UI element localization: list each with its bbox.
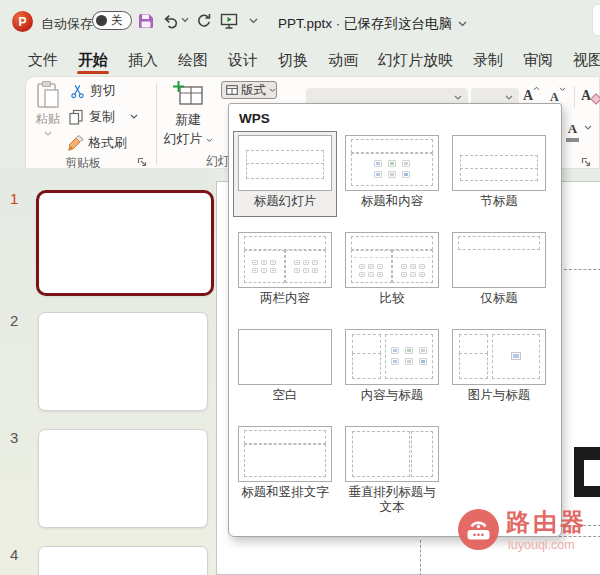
powerpoint-app-icon: P xyxy=(12,11,33,32)
layout-thumbnail-vertical-title-text xyxy=(345,426,439,482)
undo-dropdown-icon[interactable] xyxy=(181,17,189,23)
layout-option-label: 垂直排列标题与文本 xyxy=(343,485,441,515)
menu-tab-5[interactable]: 切换 xyxy=(268,46,318,76)
layout-option-title-only[interactable]: 仅标题 xyxy=(447,228,551,314)
title-dropdown-icon xyxy=(458,21,467,27)
layout-option-label: 标题和内容 xyxy=(361,194,424,209)
document-title[interactable]: PPT.pptx · 已保存到这台电脑 xyxy=(278,15,467,33)
redo-icon[interactable] xyxy=(195,12,212,29)
menu-tab-9[interactable]: 审阅 xyxy=(513,46,563,76)
font-color-swatch xyxy=(566,138,579,142)
save-icon[interactable] xyxy=(137,12,155,30)
titlebar-partial-control xyxy=(592,4,600,36)
watermark-domain: luyouqi.com xyxy=(508,538,587,552)
eraser-icon xyxy=(590,93,600,104)
menu-tab-1[interactable]: 开始 xyxy=(68,46,118,76)
layout-option-picture-caption[interactable]: 图片与标题 xyxy=(447,325,551,411)
slide-thumbnail-3[interactable] xyxy=(38,429,208,528)
menu-tab-10[interactable]: 视图 xyxy=(563,46,600,76)
menu-tabs: 文件开始插入绘图设计切换动画幻灯片放映录制审阅视图帮助 xyxy=(6,46,600,76)
start-slideshow-icon[interactable] xyxy=(219,12,239,31)
layout-button[interactable]: 版式 xyxy=(221,81,277,99)
slide-thumbnail-1[interactable] xyxy=(36,190,214,296)
layout-option-label: 仅标题 xyxy=(480,291,518,306)
clipboard-dialog-launcher-icon[interactable] xyxy=(137,157,147,167)
document-title-text: PPT.pptx · 已保存到这台电脑 xyxy=(278,15,452,33)
copy-icon xyxy=(68,109,84,125)
font-dialog-launcher-icon[interactable] xyxy=(581,157,591,167)
layout-option-label: 图片与标题 xyxy=(468,388,531,403)
content-placeholder-icons xyxy=(393,259,433,281)
new-slide-button[interactable]: 新建 幻灯片 xyxy=(160,81,216,148)
format-painter-label: 格式刷 xyxy=(88,134,127,152)
new-slide-dropdown-icon xyxy=(206,138,213,143)
copy-label: 复制 xyxy=(89,108,115,126)
autosave-toggle[interactable]: 关 xyxy=(92,11,132,30)
layout-button-label: 版式 xyxy=(241,82,266,99)
format-painter-icon xyxy=(67,135,84,152)
content-placeholder-icons xyxy=(352,259,392,281)
layout-thumbnail-content-caption xyxy=(345,329,439,385)
slide-thumbnail-4[interactable] xyxy=(38,546,208,575)
slide-thumbnail-2[interactable] xyxy=(38,312,208,411)
font-size-dropdown-icon xyxy=(505,95,513,101)
watermark-name: 路由器 xyxy=(506,510,587,534)
layout-thumbnail-picture-caption xyxy=(452,329,546,385)
toggle-knob xyxy=(96,15,107,26)
slide-number: 4 xyxy=(10,546,18,563)
layout-option-two-content[interactable]: 两栏内容 xyxy=(233,228,337,314)
new-slide-icon xyxy=(173,81,204,108)
layout-option-content-caption[interactable]: 内容与标题 xyxy=(340,325,444,411)
layout-option-label: 标题和竖排文字 xyxy=(241,485,329,500)
layout-option-vertical-title-text[interactable]: 垂直排列标题与文本 xyxy=(340,422,444,518)
menu-tab-7[interactable]: 幻灯片放映 xyxy=(368,46,463,76)
menu-tab-0[interactable]: 文件 xyxy=(18,46,68,76)
autosave-label: 自动保存 xyxy=(41,15,93,33)
ribbon-divider xyxy=(156,83,157,165)
layout-option-label: 内容与标题 xyxy=(361,388,424,403)
toggle-state-label: 关 xyxy=(111,13,123,28)
cut-button[interactable]: 剪切 xyxy=(70,82,116,100)
slide-number: 3 xyxy=(10,429,18,446)
new-slide-label-line1: 新建 xyxy=(160,111,216,129)
layout-option-label: 节标题 xyxy=(480,194,518,209)
undo-icon[interactable] xyxy=(162,12,179,29)
content-placeholder-icons xyxy=(352,154,433,184)
increase-font-size-button[interactable]: A xyxy=(523,86,540,104)
menu-tab-3[interactable]: 绘图 xyxy=(168,46,218,76)
copy-dropdown-icon xyxy=(130,114,138,120)
layout-option-label: 比较 xyxy=(380,291,405,306)
content-placeholder-icons xyxy=(245,251,285,281)
menu-tab-4[interactable]: 设计 xyxy=(218,46,268,76)
font-color-dropdown-icon xyxy=(584,125,592,131)
font-name-dropdown-icon xyxy=(454,95,462,101)
picture-placeholder-icon xyxy=(511,352,521,360)
toolbar-more-icon[interactable] xyxy=(249,18,258,24)
layout-option-title-slide[interactable]: 标题幻灯片 xyxy=(233,131,337,217)
layout-thumbnail-title-only xyxy=(452,232,546,288)
layout-option-blank[interactable]: 空白 xyxy=(233,325,337,411)
layout-option-title-vertical-text[interactable]: 标题和竖排文字 xyxy=(233,422,337,518)
layout-dropdown-icon xyxy=(269,88,276,93)
paste-clipboard-icon xyxy=(35,80,62,111)
content-placeholder-icons xyxy=(286,251,326,281)
layout-thumbnail-section-header xyxy=(452,135,546,191)
clear-formatting-button[interactable]: A xyxy=(581,86,591,104)
ribbon-divider xyxy=(574,86,575,108)
layout-thumbnail-comparison xyxy=(345,232,439,288)
layout-option-comparison[interactable]: 比较 xyxy=(340,228,444,314)
format-painter-button[interactable]: 格式刷 xyxy=(67,134,127,152)
copy-button[interactable]: 复制 xyxy=(68,108,138,126)
paste-label: 粘贴 xyxy=(31,111,65,128)
menu-tab-6[interactable]: 动画 xyxy=(318,46,368,76)
menu-tab-2[interactable]: 插入 xyxy=(118,46,168,76)
slide-thumbnail-panel: 1 2 3 4 xyxy=(0,168,215,575)
layout-thumbnail-blank xyxy=(238,329,332,385)
layout-option-title-content[interactable]: 标题和内容 xyxy=(340,131,444,217)
paste-button[interactable]: 粘贴 xyxy=(31,80,65,137)
font-color-button[interactable]: A xyxy=(566,119,592,142)
menu-tab-8[interactable]: 录制 xyxy=(463,46,513,76)
layout-option-section-header[interactable]: 节标题 xyxy=(447,131,551,217)
layout-grid: 标题幻灯片 标题和内容 节标题 两栏内容 比较 仅标题 空白 内容与标题 xyxy=(233,131,551,518)
layout-option-label: 标题幻灯片 xyxy=(254,194,317,209)
